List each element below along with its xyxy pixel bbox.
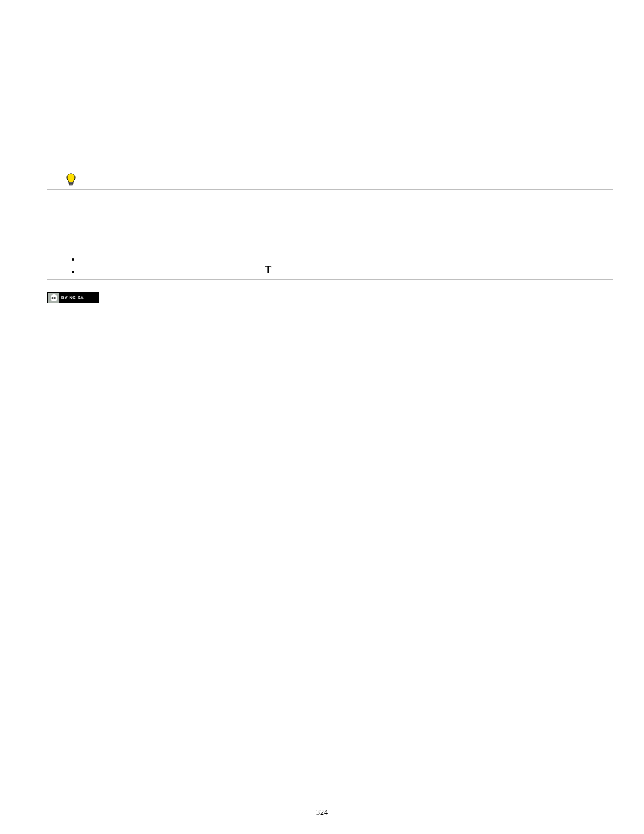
svg-rect-0	[69, 182, 73, 184]
page-number: 324	[0, 808, 644, 818]
tip-row	[47, 173, 613, 189]
cc-logo-icon: cc	[48, 293, 59, 303]
bullet-text: T	[265, 261, 271, 279]
bullet-dot-icon	[72, 271, 74, 273]
svg-rect-1	[70, 184, 73, 185]
divider	[47, 280, 613, 280]
lightbulb-icon	[66, 173, 76, 186]
divider	[47, 190, 613, 190]
list-item	[72, 251, 613, 261]
cc-license-label: BY-NC-SA	[59, 296, 98, 300]
cc-license-badge: cc BY-NC-SA	[47, 292, 99, 303]
list-item: T	[72, 261, 613, 279]
bullet-list: T	[47, 251, 613, 279]
bullet-dot-icon	[72, 258, 74, 261]
